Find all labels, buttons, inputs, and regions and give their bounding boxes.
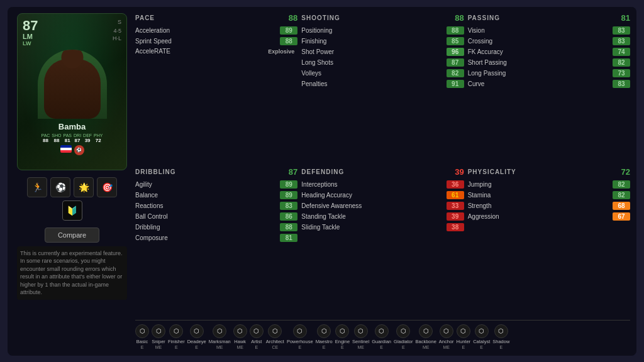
stat-value: 96 — [447, 48, 464, 56]
stat-row: Crossing 83 — [468, 36, 630, 46]
stat-row: Sliding Tackle 38 — [301, 222, 464, 232]
chem-hawk[interactable]: ⬡ Hawk ME — [233, 324, 247, 349]
chem-shadow[interactable]: ⬡ Shadow E — [492, 324, 509, 349]
stat-row: Jumping 82 — [468, 180, 630, 189]
card-flags: FR ⚽ — [60, 145, 84, 155]
chem-icon: ⬡ — [354, 324, 368, 338]
stat-value: 74 — [613, 48, 630, 56]
passing-label: PASSING — [468, 14, 500, 21]
ability-icon-4: 🎯 — [97, 177, 117, 197]
chem-architect[interactable]: ⬡ Architect CE — [266, 324, 284, 349]
chem-finisher[interactable]: ⬡ Finisher E — [168, 324, 185, 349]
stat-name: Stamina — [468, 192, 613, 199]
card-alt-position: LW — [23, 40, 38, 47]
stat-name: Aggression — [468, 213, 613, 220]
card-rating: 87 — [23, 19, 38, 33]
ability-icon-1: 🏃 — [27, 177, 47, 197]
stat-row: Balance 89 — [135, 190, 297, 200]
stat-name: Sliding Tackle — [301, 224, 446, 231]
stat-value: 83 — [613, 80, 630, 88]
chem-icon: ⬡ — [396, 324, 410, 338]
stat-row: Short Passing 82 — [468, 58, 630, 67]
stat-name: AcceleRATE — [135, 48, 265, 55]
stat-value: 82 — [613, 180, 630, 189]
stat-value: 83 — [280, 202, 297, 210]
chem-hunter[interactable]: ⬡ Hunter E — [457, 324, 471, 349]
chem-backbone[interactable]: ⬡ Backbone ME — [415, 324, 436, 349]
stat-name: Ball Control — [135, 213, 280, 220]
left-panel: 87 LM LW S 4·5 H·L Bamba PAC88 SHO88 PAS… — [14, 13, 130, 349]
chem-sniper[interactable]: ⬡ Sniper ME — [152, 324, 165, 349]
passing-category: PASSING 81 Vision 83 Crossing 83 FK Accu… — [468, 13, 630, 163]
chem-icon: ⬡ — [419, 324, 433, 338]
stat-row: Penalties 91 — [301, 79, 464, 89]
dribbling-label: DRIBBLING — [135, 168, 176, 175]
stat-name: Standing Tackle — [301, 213, 446, 220]
chem-engine[interactable]: ⬡ Engine E — [335, 324, 350, 349]
stat-name: Jumping — [468, 181, 613, 188]
stat-value: 61 — [447, 191, 464, 199]
stat-name: Heading Accuracy — [301, 192, 446, 199]
stat-value: 91 — [447, 80, 464, 88]
stat-name: Short Passing — [468, 59, 613, 66]
stat-row: Heading Accuracy 61 — [301, 190, 464, 200]
stat-name: Reactions — [135, 202, 280, 209]
compare-button[interactable]: Compare — [45, 228, 99, 243]
chem-maestro[interactable]: ⬡ Maestro E — [316, 324, 333, 349]
stat-name: Defensive Awareness — [301, 202, 446, 209]
player-image — [38, 50, 107, 119]
stat-row: Acceleration 89 — [135, 26, 297, 35]
chem-catalyst[interactable]: ⬡ Catalyst E — [473, 324, 490, 349]
stat-value: 38 — [447, 223, 464, 231]
chem-icon: ⬡ — [213, 324, 226, 338]
chem-anchor[interactable]: ⬡ Anchor ME — [439, 324, 454, 349]
pace-score: 88 — [289, 13, 297, 23]
stat-name: Shot Power — [301, 48, 446, 55]
stat-name: Vision — [468, 27, 613, 34]
experimental-note: This is currently an experimental featur… — [17, 246, 127, 300]
stat-row: Dribbling 88 — [135, 222, 297, 232]
chem-powerhouse[interactable]: ⬡ Powerhouse E — [287, 324, 313, 349]
stat-name: Long Passing — [468, 70, 613, 77]
stat-value: 88 — [280, 37, 297, 45]
stat-name: Dribbling — [135, 224, 280, 231]
stat-value: 83 — [613, 37, 630, 45]
stat-row: Long Shots 87 — [301, 58, 464, 67]
physicality-label: PHYSICALITY — [468, 168, 516, 175]
stat-name: Long Shots — [301, 59, 446, 66]
chemstyles-section: ⬡ Basic E ⬡ Sniper ME ⬡ Finisher E ⬡ Dea… — [135, 320, 630, 349]
flag-icon: FR — [60, 145, 72, 153]
stat-value: 88 — [447, 26, 464, 35]
stat-value: 67 — [613, 212, 630, 221]
stat-value: 39 — [447, 212, 464, 221]
chem-deadeye[interactable]: ⬡ Deadeye E — [187, 324, 206, 349]
stat-row: Long Passing 73 — [468, 69, 630, 78]
stat-row: Sprint Speed 88 — [135, 36, 297, 46]
defending-label: DEFENDING — [301, 168, 344, 175]
stat-name: Penalties — [301, 80, 446, 87]
chem-icon: ⬡ — [335, 324, 349, 338]
chem-artist[interactable]: ⬡ Artist E — [250, 324, 264, 349]
chem-icon: ⬡ — [375, 324, 389, 338]
stat-name: Strength — [468, 202, 613, 209]
chem-basic[interactable]: ⬡ Basic E — [135, 324, 149, 349]
stat-row: Reactions 83 — [135, 201, 297, 211]
stat-value: 73 — [613, 69, 630, 77]
chem-icon: ⬡ — [475, 324, 489, 338]
stat-row: Aggression 67 — [468, 212, 630, 221]
chem-marksman[interactable]: ⬡ Marksman ME — [209, 324, 231, 349]
pace-category: PACE 88 Acceleration 89 Sprint Speed 88 … — [135, 13, 297, 163]
chem-icon: ⬡ — [233, 324, 247, 338]
stat-row: Ball Control 86 — [135, 212, 297, 221]
stat-row: Stamina 82 — [468, 190, 630, 200]
main-container: 87 LM LW S 4·5 H·L Bamba PAC88 SHO88 PAS… — [8, 7, 636, 356]
chem-guardian[interactable]: ⬡ Guardian E — [372, 324, 391, 349]
stat-value: 81 — [280, 234, 297, 242]
chem-sentinel[interactable]: ⬡ Sentinel ME — [352, 324, 369, 349]
stat-row: Strength 68 — [468, 201, 630, 211]
stat-value: 82 — [613, 58, 630, 67]
stat-row: Curve 83 — [468, 79, 630, 89]
chem-gladiator[interactable]: ⬡ Gladiator E — [394, 324, 413, 349]
stat-name: Acceleration — [135, 27, 280, 34]
stat-row: Finishing 85 — [301, 36, 464, 46]
